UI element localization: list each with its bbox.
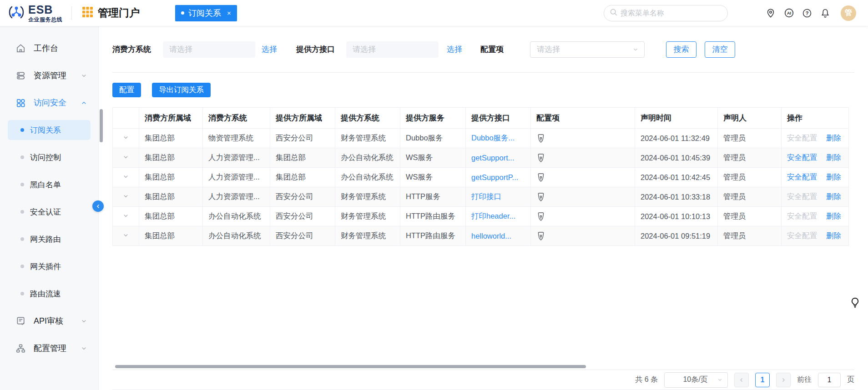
lightbulb-icon[interactable] xyxy=(849,297,861,310)
provider-service-cell: Dubbo服务 xyxy=(400,129,466,148)
security-config-link[interactable]: 安全配置 xyxy=(787,173,817,181)
consumer-domain-cell: 集团总部 xyxy=(139,187,203,207)
table-row: 集团总部办公自动化系统西安分公司财务管理系统HTTP路由服务helloworld… xyxy=(113,226,849,246)
notification-bell-icon[interactable] xyxy=(820,8,831,19)
location-pin-icon[interactable] xyxy=(765,8,776,19)
expand-row-button[interactable] xyxy=(113,226,139,246)
bullet-dot-icon xyxy=(20,237,24,241)
sidebar-item-workbench[interactable]: 工作台 xyxy=(0,35,98,62)
sidebar-item-security-auth[interactable]: 安全认证 xyxy=(0,198,98,225)
grid-icon xyxy=(15,97,26,108)
provider-interface-link[interactable]: helloworld... xyxy=(471,232,511,240)
page-size-select[interactable]: 10条/页 xyxy=(664,372,728,388)
sidebar-item-route-flow-rate[interactable]: 路由流速 xyxy=(0,280,98,307)
config-item-icon[interactable] xyxy=(536,231,545,240)
expand-row-button[interactable] xyxy=(113,207,139,226)
sidebar-item-subscription-relations[interactable]: 订阅关系 xyxy=(0,116,98,144)
delete-link[interactable]: 删除 xyxy=(826,173,841,181)
sidebar-item-black-white-list[interactable]: 黑白名单 xyxy=(0,171,98,198)
delete-link[interactable]: 删除 xyxy=(826,192,841,200)
provider-interface-link[interactable]: getSupport... xyxy=(471,154,514,162)
export-subscriptions-button[interactable]: 导出订阅关系 xyxy=(152,83,211,97)
declared-by-cell: 管理员 xyxy=(718,148,782,168)
column-header: 提供方接口 xyxy=(466,108,531,129)
config-item-icon[interactable] xyxy=(536,134,545,143)
config-item-icon[interactable] xyxy=(536,192,545,201)
column-header: 消费方系统 xyxy=(203,108,270,129)
sidebar-item-access-control[interactable]: 访问控制 xyxy=(0,144,98,171)
chevron-down-icon xyxy=(81,345,87,352)
brand-name: ESB xyxy=(28,4,62,15)
sidebar-item-api-review[interactable]: API审核 xyxy=(0,307,98,335)
provider-interface-choose-link[interactable]: 选择 xyxy=(447,44,462,55)
svg-text:AI: AI xyxy=(787,11,791,15)
sidebar-collapse-button[interactable] xyxy=(92,200,104,212)
config-item-icon[interactable] xyxy=(536,173,545,182)
horizontal-scrollbar-thumb[interactable] xyxy=(115,365,586,368)
security-config-link[interactable]: 安全配置 xyxy=(787,192,817,200)
config-item-select[interactable]: 请选择 xyxy=(530,41,645,58)
expand-row-button[interactable] xyxy=(113,148,139,168)
declared-time-cell: 2024-06-01 10:42:45 xyxy=(635,168,718,187)
provider-interface-link[interactable]: getSupportP... xyxy=(471,173,518,181)
config-item-icon[interactable] xyxy=(536,212,545,221)
user-avatar[interactable]: 管 xyxy=(841,5,856,21)
declared-time-cell: 2024-06-01 10:10:13 xyxy=(635,207,718,226)
provider-interface-link[interactable]: 打印header... xyxy=(471,212,515,220)
ai-assistant-icon[interactable]: AI xyxy=(783,8,794,19)
chevron-right-icon xyxy=(781,377,786,383)
sidebar-item-gateway-plugin[interactable]: 网关插件 xyxy=(0,253,98,280)
search-button[interactable]: 搜索 xyxy=(666,41,696,58)
menu-search-input[interactable] xyxy=(621,9,722,17)
sidebar-item-config-management[interactable]: 配置管理 xyxy=(0,335,98,362)
table-row: 集团总部物资管理系统西安分公司财务管理系统Dubbo服务Dubbo服务...20… xyxy=(113,129,849,148)
table-row: 集团总部人力资源管理...集团总部办公自动化系统WS服务getSupportP.… xyxy=(113,168,849,187)
bullet-dot-icon xyxy=(20,265,24,268)
security-config-link[interactable]: 安全配置 xyxy=(787,153,817,161)
menu-search-box[interactable] xyxy=(604,5,728,21)
action-bar: 配置 导出订阅关系 xyxy=(112,73,854,107)
tab-subscription-relations[interactable]: 订阅关系 × xyxy=(175,5,237,21)
consumer-domain-cell: 集团总部 xyxy=(139,207,203,226)
current-page-button[interactable]: 1 xyxy=(755,373,770,387)
sidebar-item-resource-management[interactable]: 资源管理 xyxy=(0,62,98,89)
consumer-system-cell: 人力资源管理... xyxy=(203,168,270,187)
help-icon[interactable]: ? xyxy=(802,8,812,19)
delete-link[interactable]: 删除 xyxy=(826,212,841,220)
provider-interface-link[interactable]: 打印接口 xyxy=(471,192,501,200)
vertical-scrollbar-thumb[interactable] xyxy=(100,109,103,142)
provider-interface-link[interactable]: Dubbo服务... xyxy=(471,134,515,142)
configure-button[interactable]: 配置 xyxy=(112,83,141,97)
expand-row-button[interactable] xyxy=(113,129,139,148)
security-config-link[interactable]: 安全配置 xyxy=(787,231,817,240)
clear-button[interactable]: 清空 xyxy=(705,41,735,58)
security-config-link[interactable]: 安全配置 xyxy=(787,212,817,220)
delete-link[interactable]: 删除 xyxy=(826,153,841,161)
app: ESB 企业服务总线 管理门户 订阅关系 × xyxy=(0,0,868,390)
consumer-system-choose-link[interactable]: 选择 xyxy=(262,44,277,55)
provider-service-cell: WS服务 xyxy=(400,148,466,168)
sidebar-item-gateway-route[interactable]: 网关路由 xyxy=(0,225,98,253)
provider-service-cell: HTTP服务 xyxy=(400,187,466,207)
sidebar-item-access-security[interactable]: 访问安全 xyxy=(0,89,98,116)
goto-page-input[interactable] xyxy=(818,373,841,387)
consumer-system-input[interactable] xyxy=(163,41,255,58)
config-item-icon[interactable] xyxy=(536,153,545,162)
expand-row-button[interactable] xyxy=(113,168,139,187)
next-page-button[interactable] xyxy=(776,373,791,387)
provider-interface-input[interactable] xyxy=(346,41,439,58)
tab-close-icon[interactable]: × xyxy=(227,9,231,17)
expand-column-header xyxy=(113,108,139,129)
chevron-down-icon xyxy=(81,72,87,79)
prev-page-button[interactable] xyxy=(734,373,749,387)
expand-row-button[interactable] xyxy=(113,187,139,207)
delete-link[interactable]: 删除 xyxy=(826,231,841,240)
security-config-link[interactable]: 安全配置 xyxy=(787,134,817,142)
declared-by-cell: 管理员 xyxy=(718,168,782,187)
horizontal-scrollbar xyxy=(112,365,854,369)
delete-link[interactable]: 删除 xyxy=(826,134,841,142)
total-count-label: 共 6 条 xyxy=(635,375,658,385)
topbar-icons: AI ? 管 xyxy=(765,5,856,21)
divider xyxy=(71,6,72,20)
column-header: 声明时间 xyxy=(635,108,718,129)
